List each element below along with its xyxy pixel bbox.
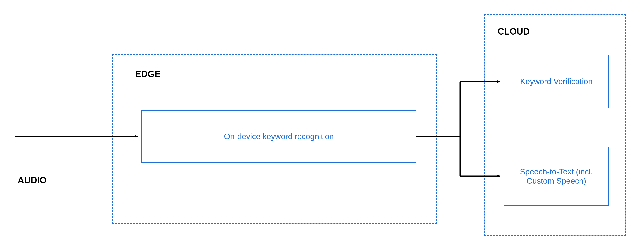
diagram-canvas: { "labels": { "audio": "AUDIO", "edge": …: [0, 0, 644, 246]
edge-box-on-device-keyword-recognition: On-device keyword recognition: [141, 110, 416, 163]
audio-label: AUDIO: [18, 175, 47, 186]
cloud-label: CLOUD: [498, 26, 530, 37]
edge-label: EDGE: [135, 69, 161, 79]
cloud-box-speech-to-text: Speech-to-Text (incl. Custom Speech): [504, 147, 609, 206]
cloud-box-keyword-verification: Keyword Verification: [504, 55, 609, 108]
